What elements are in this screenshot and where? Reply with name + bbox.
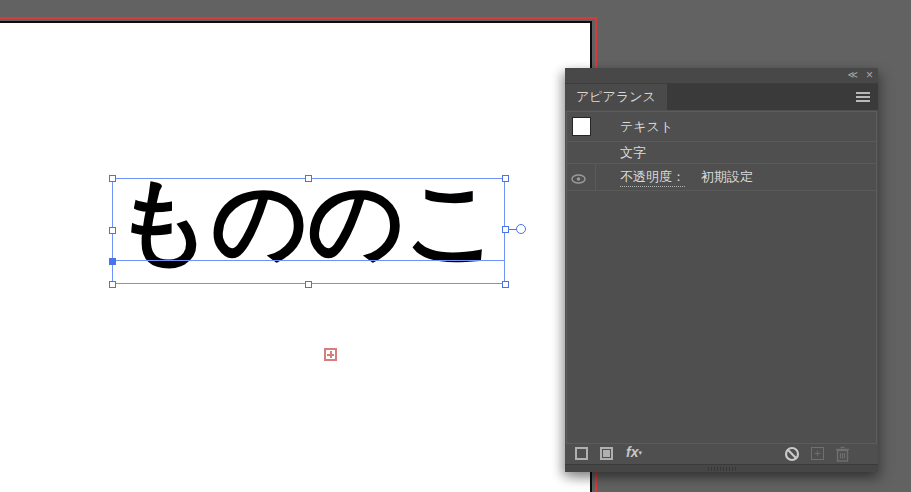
handle-middle-left[interactable] xyxy=(109,227,116,234)
appearance-row-characters[interactable]: 文字 xyxy=(567,142,876,164)
appearance-panel: ≪ × アピアランス テキスト 文字 xyxy=(565,68,878,472)
panel-resize-grip[interactable] xyxy=(565,464,878,472)
appearance-row-opacity[interactable]: 不透明度： 初期設定 xyxy=(567,164,876,191)
appearance-list: テキスト 文字 不透明度： 初期設定 xyxy=(566,111,877,444)
handle-top-right[interactable] xyxy=(502,175,509,182)
close-icon[interactable]: × xyxy=(866,68,873,82)
baseline-anchor[interactable] xyxy=(109,258,116,265)
fill-swatch[interactable] xyxy=(572,117,591,136)
duplicate-item-icon[interactable]: + xyxy=(811,447,824,460)
artboard-center-mark-icon xyxy=(324,348,337,361)
appearance-row-text[interactable]: テキスト xyxy=(567,112,876,142)
add-new-stroke-icon[interactable] xyxy=(575,447,588,460)
handle-bottom-right[interactable] xyxy=(502,281,509,288)
panel-toolbar: fx▾ + xyxy=(565,444,878,464)
row-label: テキスト xyxy=(620,112,673,141)
add-new-fill-icon[interactable] xyxy=(600,447,613,460)
handle-top-center[interactable] xyxy=(305,175,312,182)
selection-bounding-box xyxy=(112,178,505,284)
opacity-link[interactable]: 不透明度： xyxy=(620,168,685,187)
row-label: 文字 xyxy=(620,142,646,163)
artboard-edge-top xyxy=(0,21,592,23)
panel-tab-bar: アピアランス xyxy=(565,84,878,110)
handle-top-left[interactable] xyxy=(109,175,116,182)
text-baseline xyxy=(112,260,505,261)
opacity-value: 初期設定 xyxy=(701,164,753,190)
handle-bottom-left[interactable] xyxy=(109,281,116,288)
visibility-eye-icon[interactable] xyxy=(571,172,586,187)
panel-menu-icon[interactable] xyxy=(856,92,870,104)
panel-titlebar: ≪ × xyxy=(565,68,878,84)
tab-appearance[interactable]: アピアランス xyxy=(565,84,667,110)
handle-middle-right[interactable] xyxy=(502,226,509,233)
opacity-label: 不透明度： xyxy=(620,164,685,190)
handle-bottom-center[interactable] xyxy=(305,281,312,288)
text-out-port[interactable] xyxy=(516,224,526,234)
delete-item-icon[interactable] xyxy=(835,446,850,466)
collapse-to-icons-icon[interactable]: ≪ xyxy=(848,69,858,80)
bleed-guide-top xyxy=(0,17,597,19)
row-divider xyxy=(595,164,596,190)
clear-appearance-icon[interactable] xyxy=(784,446,800,466)
add-new-effect-icon[interactable]: fx▾ xyxy=(626,444,642,460)
illustrator-canvas: もののこ ≪ × アピアランス テキスト 文字 xyxy=(0,0,911,492)
